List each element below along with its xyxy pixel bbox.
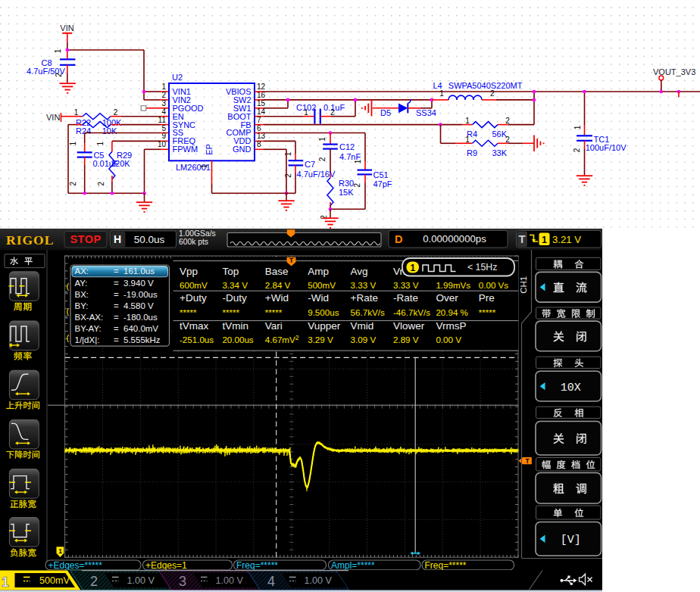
svg-text:T: T [289, 257, 294, 264]
svg-text:1.99mVs: 1.99mVs [436, 280, 470, 290]
svg-text:Ampl=*****: Ampl=***** [331, 560, 375, 571]
svg-text:+Wid: +Wid [265, 292, 289, 304]
svg-text:Vmid: Vmid [351, 320, 374, 332]
svg-text:Vpp: Vpp [180, 266, 198, 277]
svg-text:3: 3 [161, 99, 166, 107]
svg-text:120K: 120K [111, 159, 130, 168]
svg-text:6: 6 [257, 124, 261, 132]
svg-text:1: 1 [410, 263, 415, 273]
svg-text:+Rate: +Rate [351, 292, 378, 304]
svg-text:-46.7kV/s: -46.7kV/s [393, 307, 430, 317]
svg-text:1: 1 [200, 164, 208, 168]
svg-text:4: 4 [161, 107, 166, 116]
svg-text:3.09 V: 3.09 V [351, 335, 377, 344]
svg-text:(: ( [67, 282, 70, 291]
svg-text:11: 11 [158, 116, 167, 124]
svg-text:1: 1 [318, 137, 327, 142]
svg-text:C12: C12 [339, 142, 355, 151]
svg-text:tVmin: tVmin [222, 320, 248, 332]
svg-text:4.580 V: 4.580 V [123, 301, 154, 310]
svg-text:15K: 15K [339, 188, 354, 197]
svg-text:1: 1 [465, 136, 470, 144]
svg-text:56.7kV/s: 56.7kV/s [351, 307, 385, 317]
svg-text:3.33 V: 3.33 V [393, 280, 419, 290]
svg-text:Avg: Avg [351, 266, 368, 277]
svg-text:EP: EP [205, 144, 214, 155]
svg-text:STOP: STOP [70, 233, 101, 245]
svg-text:*****: ***** [479, 307, 496, 317]
svg-text:10K: 10K [102, 126, 117, 136]
svg-text:1: 1 [465, 117, 470, 125]
svg-text:600k pts: 600k pts [179, 238, 208, 246]
svg-text:1.00GSa/s: 1.00GSa/s [179, 229, 216, 238]
svg-text:*****: ***** [222, 307, 239, 317]
svg-text:4: 4 [267, 574, 275, 589]
svg-text:Pre: Pre [479, 292, 495, 304]
svg-text:2: 2 [573, 148, 581, 152]
svg-text:-Rate: -Rate [393, 292, 418, 304]
svg-text:+Edges=1: +Edges=1 [145, 560, 187, 571]
svg-text:SS34: SS34 [416, 108, 436, 117]
svg-text:Vupper: Vupper [308, 320, 341, 332]
svg-text:5: 5 [161, 124, 166, 132]
svg-text:2: 2 [490, 89, 495, 98]
svg-text:3.34 V: 3.34 V [222, 280, 248, 290]
svg-text:Vlower: Vlower [393, 320, 425, 332]
svg-text:0.00000000ps: 0.00000000ps [423, 233, 486, 245]
svg-text:2: 2 [114, 108, 118, 117]
svg-text:2: 2 [354, 182, 362, 187]
svg-text:10X: 10X [561, 382, 581, 394]
svg-text:2: 2 [505, 136, 510, 144]
svg-text:*****: ***** [265, 307, 283, 317]
svg-text:50.0us: 50.0us [134, 234, 165, 245]
svg-text:7: 7 [257, 116, 261, 124]
svg-text:1: 1 [74, 108, 79, 117]
svg-text:1: 1 [54, 48, 62, 53]
svg-text:20.94 %: 20.94 % [436, 307, 468, 317]
svg-text:1: 1 [439, 89, 444, 98]
svg-text:3.29 V: 3.29 V [308, 335, 333, 344]
svg-text:=: = [114, 313, 119, 322]
svg-text:VOUT_3V3: VOUT_3V3 [653, 67, 695, 76]
svg-text:-251.0us: -251.0us [180, 335, 214, 344]
svg-text:1: 1 [354, 159, 362, 164]
svg-text:1: 1 [304, 108, 308, 117]
svg-text:TC1: TC1 [594, 135, 610, 144]
svg-text:5.555kHz: 5.555kHz [123, 335, 161, 344]
svg-text:+Edges=*****: +Edges=***** [48, 560, 103, 571]
svg-text:T: T [518, 232, 525, 245]
svg-text:1: 1 [69, 141, 77, 145]
svg-text:R9: R9 [467, 148, 477, 157]
svg-text:12: 12 [257, 83, 266, 91]
svg-text:=: = [114, 324, 119, 333]
svg-text:0.00 V: 0.00 V [436, 335, 461, 344]
svg-text:-Duty: -Duty [222, 292, 247, 304]
svg-text:10: 10 [158, 140, 167, 148]
svg-text:1: 1 [2, 574, 9, 590]
svg-text:FPWM: FPWM [173, 145, 198, 154]
svg-text:AX:: AX: [75, 266, 89, 276]
svg-text:(: ( [67, 307, 70, 316]
svg-text:1/|dX|:: 1/|dX|: [75, 335, 100, 344]
svg-text:BX:: BX: [75, 290, 89, 299]
svg-text:Over: Over [436, 292, 458, 304]
svg-text:2: 2 [505, 117, 510, 125]
svg-text:=: = [114, 301, 119, 310]
svg-text:20.00us: 20.00us [222, 335, 253, 344]
svg-text:2.89 V: 2.89 V [393, 335, 419, 344]
svg-text:3.21 V: 3.21 V [552, 234, 581, 245]
svg-text:2.84 V: 2.84 V [265, 280, 291, 290]
svg-text:R24: R24 [76, 126, 91, 136]
svg-text:2: 2 [330, 108, 335, 117]
svg-text:2: 2 [90, 574, 98, 589]
svg-text:Base: Base [265, 266, 289, 277]
svg-text:-180.0us: -180.0us [123, 313, 158, 322]
svg-text:100uF/10V: 100uF/10V [586, 143, 627, 152]
svg-text:161.0us: 161.0us [123, 266, 155, 276]
svg-text:2: 2 [97, 181, 105, 185]
svg-text:1: 1 [284, 151, 292, 156]
svg-text:L4: L4 [433, 81, 442, 90]
svg-text:4.7uF/16V: 4.7uF/16V [297, 170, 336, 179]
svg-text:2: 2 [284, 173, 292, 178]
svg-text:47pF: 47pF [373, 179, 392, 189]
